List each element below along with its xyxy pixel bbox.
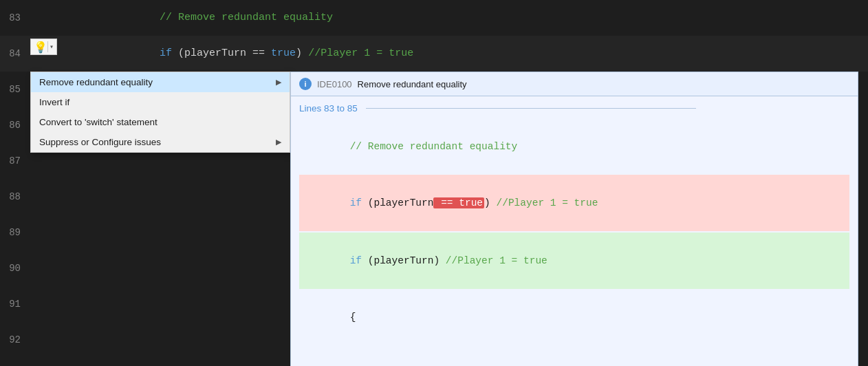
line-number-85: 85 [0, 72, 29, 107]
preview-brace-line: { [302, 290, 847, 344]
line-number-90: 90 [0, 250, 29, 286]
preview-code-comment: // Remove redundant equality [302, 120, 847, 173]
line-number-84: 84 [0, 36, 29, 72]
line-number-92: 92 [0, 322, 29, 358]
preview-highlight-removed: == true [433, 197, 484, 208]
editor-container: 83 // Remove redundant equality 84 if (p… [0, 0, 868, 366]
preview-comment-token: // Remove redundant equality [350, 141, 518, 152]
preview-after: ) [484, 197, 496, 208]
preview-code-id: IDE0100 [317, 79, 352, 89]
line-number-86: 86 [0, 107, 29, 143]
menu-item-convert-switch[interactable]: Convert to 'switch' statement [31, 112, 290, 132]
menu-item-label: Remove redundant equality [39, 77, 153, 87]
preview-brace: { [350, 312, 356, 323]
preview-added-content: (playerTurn) [362, 255, 446, 266]
preview-added-comment: //Player 1 = true [446, 255, 547, 266]
menu-item-invert-if[interactable]: Invert if [31, 92, 290, 112]
preview-header: i IDE0100 Remove redundant equality [291, 72, 858, 96]
submenu-arrow: ▶ [276, 78, 281, 87]
preview-keyword-if: if [350, 197, 362, 208]
preview-panel: i IDE0100 Remove redundant equality Line… [290, 72, 858, 366]
line-number-87: 87 [0, 143, 29, 179]
menu-item-label: Invert if [39, 97, 69, 107]
line-number-83: 83 [0, 0, 29, 36]
lightbulb-divider [47, 41, 48, 52]
line-number-91: 91 [0, 286, 29, 322]
lines-range: Lines 83 to 85 [299, 103, 358, 114]
preview-code-area: // Remove redundant equality if (playerT… [291, 117, 858, 349]
line-number-93: 93 [0, 358, 29, 366]
preview-lines-label: Lines 83 to 85 [291, 96, 858, 117]
line-number-88: 88 [0, 179, 29, 215]
line-number-89: 89 [0, 215, 29, 250]
submenu-arrow-2: ▶ [276, 138, 281, 147]
context-menu: Remove redundant equality ▶ Invert if Co… [30, 72, 290, 153]
preview-spacer [291, 349, 858, 366]
lightbulb-icon: 💡 [34, 41, 46, 53]
menu-item-remove-redundant[interactable]: Remove redundant equality ▶ [31, 72, 290, 92]
menu-item-suppress-configure[interactable]: Suppress or Configure issues ▶ [31, 132, 290, 152]
preview-paren: (playerTurn [362, 197, 433, 208]
preview-keyword-if2: if [350, 255, 362, 266]
lightbulb-dropdown-arrow: ▾ [50, 43, 54, 51]
lightbulb-button[interactable]: 💡 ▾ [30, 39, 57, 55]
preview-header-title: Remove redundant equality [358, 79, 467, 89]
preview-removed-line: if (playerTurn == true) //Player 1 = tru… [299, 175, 849, 231]
info-icon: i [299, 78, 312, 90]
menu-item-label: Suppress or Configure issues [39, 137, 161, 147]
lines-separator [366, 108, 696, 109]
menu-item-label: Convert to 'switch' statement [39, 117, 158, 127]
preview-added-line: if (playerTurn) //Player 1 = true [299, 233, 849, 289]
preview-comment-inline: //Player 1 = true [496, 197, 598, 208]
